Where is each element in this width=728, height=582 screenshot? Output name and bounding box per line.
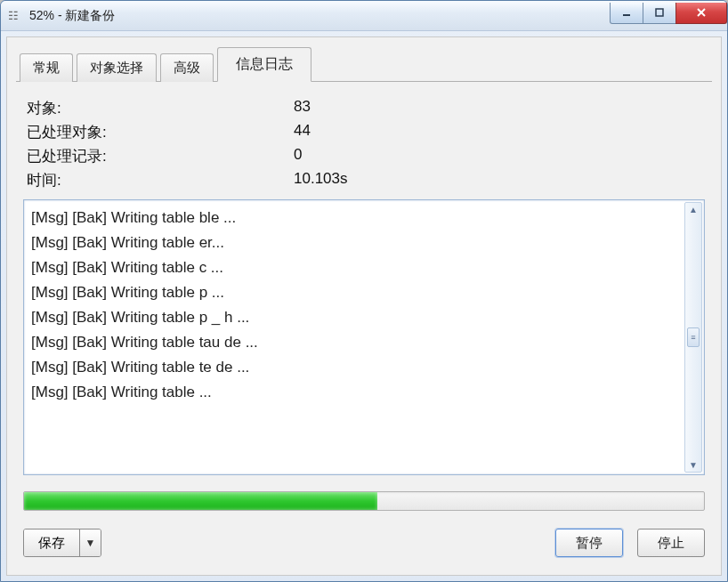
log-line: [Msg] [Bak] Writing table p _ h ... xyxy=(31,305,699,330)
log-line: [Msg] [Bak] Writing table ble ... xyxy=(31,206,699,230)
bottom-bar: 保存 ▼ 暂停 停止 xyxy=(23,529,705,557)
tab-message-log[interactable]: 信息日志 xyxy=(217,47,311,82)
pause-button[interactable]: 暂停 xyxy=(555,529,623,557)
progress-bar xyxy=(23,491,705,511)
scroll-down-icon[interactable]: ▼ xyxy=(689,460,698,470)
stop-button[interactable]: 停止 xyxy=(637,529,705,557)
minimize-icon xyxy=(621,7,632,18)
tab-object-select[interactable]: 对象选择 xyxy=(77,53,157,82)
tab-general[interactable]: 常规 xyxy=(20,53,73,82)
stat-label-time: 时间: xyxy=(27,170,294,190)
close-button[interactable] xyxy=(675,3,727,24)
save-dropdown-button[interactable]: ▼ xyxy=(79,529,101,556)
log-lines: [Msg] [Bak] Writing table ble ... [Msg] … xyxy=(31,206,699,405)
stat-value-processed-records: 0 xyxy=(294,146,701,166)
stats-grid: 对象: 83 已处理对象: 44 已处理记录: 0 时间: 10.103s xyxy=(23,98,705,199)
close-icon xyxy=(695,6,708,19)
maximize-button[interactable] xyxy=(643,3,676,24)
tab-advanced[interactable]: 高级 xyxy=(160,53,214,82)
stat-value-time: 10.103s xyxy=(294,170,701,190)
stat-value-processed-objects: 44 xyxy=(294,122,701,142)
progress-fill xyxy=(24,492,377,510)
maximize-icon xyxy=(654,7,665,18)
log-line: [Msg] [Bak] Writing table ... xyxy=(31,380,699,405)
save-button[interactable]: 保存 xyxy=(24,529,79,556)
minimize-button[interactable] xyxy=(610,3,643,24)
window-controls xyxy=(611,3,727,24)
log-line: [Msg] [Bak] Writing table er... xyxy=(31,230,699,255)
scroll-up-icon[interactable]: ▲ xyxy=(689,205,698,214)
stat-value-objects: 83 xyxy=(294,98,701,118)
tab-bar: 常规 对象选择 高级 信息日志 xyxy=(16,46,712,82)
log-line: [Msg] [Bak] Writing table p ... xyxy=(31,280,699,305)
app-window: ☷ 52% - 新建备份 常规 对象选择 高级 信息日志 对象: 83 已 xyxy=(0,0,728,582)
window-title: 52% - 新建备份 xyxy=(29,8,611,24)
stat-label-processed-objects: 已处理对象: xyxy=(27,122,294,142)
scroll-thumb[interactable]: ≡ xyxy=(687,327,700,347)
log-line: [Msg] [Bak] Writing table c ... xyxy=(31,255,699,280)
log-scrollbar[interactable]: ▲ ≡ ▼ xyxy=(684,202,702,473)
svg-rect-1 xyxy=(656,9,663,16)
stat-label-objects: 对象: xyxy=(27,98,294,118)
stat-label-processed-records: 已处理记录: xyxy=(27,146,294,166)
log-box: [Msg] [Bak] Writing table ble ... [Msg] … xyxy=(23,199,705,475)
chevron-down-icon: ▼ xyxy=(85,537,96,549)
titlebar[interactable]: ☷ 52% - 新建备份 xyxy=(1,1,727,31)
log-line: [Msg] [Bak] Writing table tau de ... xyxy=(31,330,699,355)
tab-body: 对象: 83 已处理对象: 44 已处理记录: 0 时间: 10.103s [M… xyxy=(16,82,712,562)
save-split-button: 保存 ▼ xyxy=(23,529,101,557)
app-icon: ☷ xyxy=(8,9,24,23)
log-line: [Msg] [Bak] Writing table te de ... xyxy=(31,355,699,380)
client-area: 常规 对象选择 高级 信息日志 对象: 83 已处理对象: 44 已处理记录: … xyxy=(6,36,722,576)
